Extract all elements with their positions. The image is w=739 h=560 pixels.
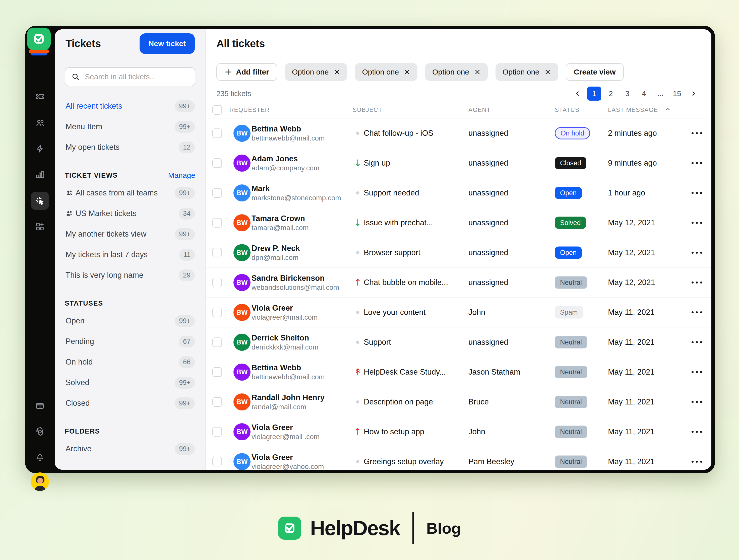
select-all-checkbox[interactable]	[212, 105, 222, 115]
next-page-button[interactable]	[687, 86, 701, 101]
ticket-subject[interactable]: Chat follow-up - iOS	[364, 129, 433, 138]
ticket-subject[interactable]: Browser support	[364, 248, 421, 257]
ticket-subject[interactable]: Support	[364, 338, 391, 347]
row-menu-button[interactable]	[692, 401, 702, 403]
sidebar-item-my-open-tickets[interactable]: My open tickets12	[65, 137, 195, 158]
row-checkbox[interactable]	[212, 457, 222, 466]
column-requester[interactable]: REQUESTER	[230, 107, 270, 114]
remove-filter-icon[interactable]	[545, 69, 551, 75]
page-button-4[interactable]: 4	[637, 86, 651, 101]
create-view-button[interactable]: Create view	[566, 63, 624, 81]
manage-views-link[interactable]: Manage	[168, 171, 195, 180]
table-row[interactable]: BWBettina Webbbettinawebb@mail.comChat f…	[205, 119, 711, 148]
row-checkbox[interactable]	[212, 188, 222, 198]
row-checkbox[interactable]	[212, 248, 222, 257]
row-checkbox[interactable]	[212, 367, 222, 377]
apps-icon[interactable]	[31, 217, 49, 236]
notifications-icon[interactable]	[31, 448, 49, 466]
user-avatar[interactable]	[31, 473, 49, 491]
filter-chip-1[interactable]: Option one	[285, 63, 347, 81]
row-checkbox[interactable]	[212, 427, 222, 436]
row-menu-button[interactable]	[692, 192, 702, 194]
sidebar-item-on-hold[interactable]: On hold66	[65, 352, 195, 372]
sidebar-item-archive[interactable]: Archive99+	[65, 438, 195, 459]
row-menu-button[interactable]	[692, 311, 702, 313]
row-checkbox[interactable]	[212, 218, 222, 227]
table-row[interactable]: BWTamara Crowntamara@mail.com↓Issue with…	[205, 208, 711, 238]
page-button-3[interactable]: 3	[620, 86, 634, 101]
ticket-subject[interactable]: How to setup app	[364, 427, 424, 436]
new-ticket-button[interactable]: New ticket	[140, 33, 195, 54]
row-checkbox[interactable]	[212, 397, 222, 407]
column-status[interactable]: STATUS	[555, 107, 579, 114]
sidebar-item-all-recent-tickets[interactable]: All recent tickets99+	[65, 96, 195, 117]
filter-chip-2[interactable]: Option one	[355, 63, 418, 81]
table-row[interactable]: BWDrew P. Neckdpn@mail.comBrowser suppor…	[205, 238, 711, 268]
sidebar-item-this-is-very-long-name[interactable]: This is very long name29	[65, 265, 195, 286]
ticket-subject[interactable]: Issue with prechat...	[364, 218, 433, 227]
ticket-subject[interactable]: Support needed	[364, 188, 419, 197]
table-row[interactable]: BWRandall John Henryrandal@mail.comDescr…	[205, 387, 711, 417]
helpdesk-logo[interactable]	[27, 28, 51, 50]
table-row[interactable]: BWDerrick Sheltonderrickkkk@mail.comSupp…	[205, 328, 711, 357]
sidebar-item-solved[interactable]: Solved99+	[65, 372, 195, 393]
settings-icon[interactable]	[31, 422, 49, 440]
row-checkbox[interactable]	[212, 278, 222, 287]
page-button-15[interactable]: 15	[670, 86, 684, 101]
row-menu-button[interactable]	[692, 222, 702, 224]
sidebar-item-open[interactable]: Open99+	[65, 311, 195, 331]
table-row[interactable]: BWAdam Jonesadam@company.com↓Sign upunas…	[205, 148, 711, 178]
row-checkbox[interactable]	[212, 308, 222, 317]
table-row[interactable]: BWViola Greerviolagreer@mail.comLove you…	[205, 298, 711, 328]
filter-chip-4[interactable]: Option one	[495, 63, 558, 81]
filter-chip-3[interactable]: Option one	[425, 63, 488, 81]
automation-icon[interactable]	[31, 140, 49, 158]
add-filter-button[interactable]: Add filter	[216, 63, 277, 81]
row-checkbox[interactable]	[212, 129, 222, 138]
row-menu-button[interactable]	[692, 162, 702, 164]
remove-filter-icon[interactable]	[474, 69, 481, 75]
ticket-subject[interactable]: Description on page	[364, 397, 433, 406]
table-row[interactable]: BWSandra Birickensonwebandsolutions@mail…	[205, 268, 711, 298]
sidebar-item-us-market-tickets[interactable]: US Market tickets34	[65, 203, 195, 224]
ticket-subject[interactable]: Chat bubble on mobile...	[364, 278, 448, 287]
click-actions-icon[interactable]	[31, 192, 49, 210]
column-subject[interactable]: SUBJECT	[353, 107, 382, 114]
table-row[interactable]: BWViola Greerviolagreer@mail .com↑How to…	[205, 417, 711, 447]
sidebar-item-closed[interactable]: Closed99+	[65, 393, 195, 413]
table-row[interactable]: BWMarkmarkstone@stonecomp.comSupport nee…	[205, 178, 711, 208]
row-checkbox[interactable]	[212, 158, 222, 168]
search-box[interactable]	[65, 67, 195, 86]
row-menu-button[interactable]	[692, 341, 702, 343]
sidebar-item-all-cases-from-all-teams[interactable]: All cases from all teams99+	[65, 183, 195, 203]
remove-filter-icon[interactable]	[404, 69, 410, 75]
ticket-subject[interactable]: Sign up	[364, 159, 390, 168]
page-button-2[interactable]: 2	[604, 86, 618, 101]
ticket-subject[interactable]: Greeings setup overlay	[364, 457, 444, 466]
ticket-subject[interactable]: Love your content	[364, 308, 426, 317]
search-input[interactable]	[84, 72, 189, 81]
table-row[interactable]: BWViola Greerviolagreer@yahoo.comGreeing…	[205, 447, 711, 470]
reports-icon[interactable]	[31, 166, 49, 184]
table-row[interactable]: BWBettina Webbbettinawebb@mail.com↟HelpD…	[205, 357, 711, 387]
prev-page-button[interactable]	[571, 86, 585, 101]
team-icon[interactable]	[31, 114, 49, 132]
row-menu-button[interactable]	[692, 460, 702, 462]
column-last-message[interactable]: LAST MESSAGE	[608, 107, 658, 114]
ticket-subject[interactable]: HelpDesk Case Study...	[364, 368, 446, 377]
row-menu-button[interactable]	[692, 431, 702, 433]
row-menu-button[interactable]	[692, 132, 702, 134]
row-menu-button[interactable]	[692, 371, 702, 373]
sidebar-item-pending[interactable]: Pending67	[65, 331, 195, 352]
tickets-icon[interactable]	[31, 87, 49, 106]
sidebar-item-menu-item[interactable]: Menu Item99+	[65, 117, 195, 137]
billing-icon[interactable]	[31, 397, 49, 415]
sort-caret-icon[interactable]	[664, 106, 671, 114]
page-button-1[interactable]: 1	[587, 86, 601, 101]
column-agent[interactable]: AGENT	[468, 107, 491, 114]
row-menu-button[interactable]	[692, 282, 702, 284]
remove-filter-icon[interactable]	[334, 69, 340, 75]
row-checkbox[interactable]	[212, 338, 222, 347]
row-menu-button[interactable]	[692, 252, 702, 254]
sidebar-item-my-another-tickets-view[interactable]: My another tickets view99+	[65, 224, 195, 244]
